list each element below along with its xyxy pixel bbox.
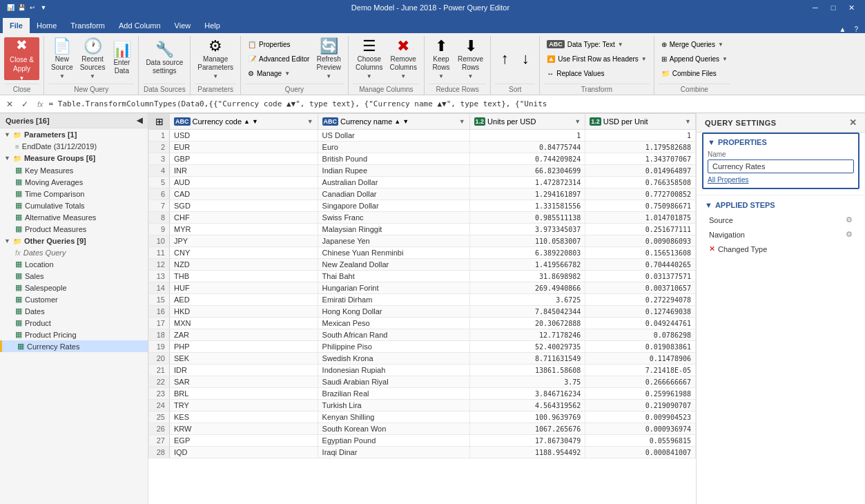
currency-code-filter[interactable]: ▼	[307, 118, 313, 125]
query-item-alternative-measures-label: Alternative Measures	[25, 213, 96, 222]
enter-data-button[interactable]: 📊 EnterData	[109, 37, 134, 80]
currency-code-cell: TRY	[170, 400, 318, 411]
merge-queries-button[interactable]: ⊕ Merge Queries ▼	[659, 37, 730, 51]
units-per-usd-cell: 1.331581556	[469, 200, 585, 212]
data-type-button[interactable]: ABC Data Type: Text ▼	[544, 37, 650, 51]
tab-home[interactable]: Home	[30, 18, 64, 33]
tab-file[interactable]: File	[3, 18, 30, 33]
row-number: 21	[149, 365, 170, 376]
query-group-other-label: Other Queries [9]	[24, 237, 86, 245]
query-item-dates-query[interactable]: fx Dates Query	[0, 247, 148, 258]
combine-files-button[interactable]: 📁 Combine Files	[659, 66, 730, 80]
all-properties-link[interactable]: All Properties	[708, 176, 854, 184]
query-item-location[interactable]: ▦ Location	[0, 258, 148, 270]
query-item-moving-averages[interactable]: ▦ Moving Averages	[0, 176, 148, 188]
query-item-time-comparison[interactable]: ▦ Time Comparison	[0, 188, 148, 200]
query-item-key-measures[interactable]: ▦ Key Measures	[0, 164, 148, 176]
customer-icon: ▦	[15, 295, 22, 304]
formula-accept-icon[interactable]: ✓	[18, 97, 32, 111]
units-per-usd-cell: 269.4940866	[469, 282, 585, 294]
row-number: 11	[149, 247, 170, 259]
step-changed-type[interactable]: ✕ Changed Type	[705, 242, 857, 255]
sort-desc-icon: ▼	[252, 118, 258, 125]
query-name-input[interactable]	[708, 159, 854, 173]
query-item-product-pricing[interactable]: ▦ Product Pricing	[0, 329, 148, 340]
choose-columns-button[interactable]: ☰ ChooseColumns ▼	[353, 37, 385, 80]
usd-filter[interactable]: ▼	[685, 118, 691, 125]
query-item-cumulative-totals[interactable]: ▦ Cumulative Totals	[0, 200, 148, 211]
query-settings-panel: QUERY SETTINGS ✕ ▼ PROPERTIES Name All P…	[696, 113, 865, 504]
minimize-button[interactable]: ─	[807, 2, 824, 13]
settings-close-button[interactable]: ✕	[849, 117, 857, 128]
help-icon[interactable]: ?	[850, 26, 862, 33]
data-grid-container[interactable]: ⊞ ABC Currency code ▲ ▼ ▼ ABC	[148, 113, 696, 504]
tab-view[interactable]: View	[168, 18, 198, 33]
close-window-button[interactable]: ✕	[843, 2, 859, 13]
row-number: 14	[149, 282, 170, 294]
formula-input[interactable]	[49, 99, 862, 108]
row-number: 12	[149, 259, 170, 271]
step-source[interactable]: Source ⚙	[705, 213, 857, 226]
collapse-ribbon-icon[interactable]: ▲	[835, 26, 851, 33]
query-item-salespeople[interactable]: ▦ Salespeople	[0, 282, 148, 293]
manage-parameters-button[interactable]: ⚙ ManageParameters ▼	[195, 37, 236, 80]
query-item-currency-rates[interactable]: ▦ Currency Rates	[0, 340, 148, 352]
query-item-product[interactable]: ▦ Product	[0, 317, 148, 329]
currency-name-cell: Japanese Yen	[318, 235, 469, 247]
data-source-settings-button[interactable]: 🔧 Data sourcesettings	[143, 37, 186, 80]
refresh-preview-button[interactable]: 🔄 RefreshPreview ▼	[313, 37, 344, 80]
step-navigation-label: Navigation	[709, 231, 745, 239]
use-first-row-button[interactable]: 🔼 Use First Row as Headers ▼	[544, 52, 650, 66]
tab-add-column[interactable]: Add Column	[112, 18, 168, 33]
currency-name-cell: Singapore Dollar	[318, 200, 469, 212]
queries-panel: Queries [16] ◀ ▼ 📁 Parameters [1] ≡ EndD…	[0, 113, 148, 504]
usd-per-unit-cell: 0.266666667	[585, 376, 696, 388]
restore-button[interactable]: □	[825, 2, 842, 13]
manage-icon: ⚙	[248, 70, 254, 77]
units-type-badge: 1.2	[474, 117, 486, 126]
keep-rows-button[interactable]: ⬆ KeepRows ▼	[429, 37, 454, 80]
ribbon-group-sort: ↑ ↓ Sort	[491, 36, 540, 95]
dropdown-arrow-icon[interactable]: ▼	[39, 3, 48, 12]
currency-name-cell: British Pound	[318, 153, 469, 165]
properties-button[interactable]: 📋 Properties	[245, 37, 312, 51]
query-group-parameters-header[interactable]: ▼ 📁 Parameters [1]	[0, 128, 148, 141]
query-group-measure-header[interactable]: ▼ 📁 Measure Groups [6]	[0, 152, 148, 164]
manage-button[interactable]: ⚙ Manage ▼	[245, 66, 312, 80]
tab-help[interactable]: Help	[197, 18, 227, 33]
sort-descending-button[interactable]: ↓	[516, 37, 535, 80]
remove-rows-button[interactable]: ⬇ RemoveRows ▼	[455, 37, 486, 80]
queries-collapse-icon[interactable]: ◀	[137, 116, 142, 125]
new-source-button[interactable]: 📄 NewSource ▼	[48, 37, 76, 80]
step-source-gear[interactable]: ⚙	[846, 215, 853, 224]
step-navigation-gear[interactable]: ⚙	[846, 230, 853, 239]
replace-values-button[interactable]: ↔ Replace Values	[544, 66, 650, 80]
row-number: 6	[149, 188, 170, 200]
step-navigation[interactable]: Navigation ⚙	[705, 228, 857, 241]
query-item-enddate[interactable]: ≡ EndDate (31/12/2019)	[0, 141, 148, 152]
advanced-editor-button[interactable]: 📝 Advanced Editor	[245, 52, 312, 66]
currency-code-cell: INR	[170, 165, 318, 177]
query-group-other-header[interactable]: ▼ 📁 Other Queries [9]	[0, 235, 148, 247]
formula-reject-icon[interactable]: ✕	[3, 97, 17, 111]
undo-icon[interactable]: ↩	[28, 3, 37, 12]
units-per-usd-cell: 100.9639769	[469, 411, 585, 423]
query-item-customer[interactable]: ▦ Customer	[0, 293, 148, 305]
query-group-parameters-label: Parameters [1]	[24, 130, 77, 139]
query-item-alternative-measures[interactable]: ▦ Alternative Measures	[0, 211, 148, 223]
query-item-dates[interactable]: ▦ Dates	[0, 305, 148, 317]
close-apply-button[interactable]: ✖ Close &Apply ▼	[4, 37, 39, 80]
sort-ascending-button[interactable]: ↑	[495, 37, 514, 80]
remove-columns-button[interactable]: ✖ RemoveColumns ▼	[387, 37, 419, 80]
recent-sources-button[interactable]: 🕐 RecentSources ▼	[77, 37, 108, 80]
save-icon[interactable]: 💾	[17, 3, 26, 12]
units-filter[interactable]: ▼	[574, 118, 581, 125]
tab-transform[interactable]: Transform	[64, 18, 112, 33]
select-all-icon[interactable]: ⊞	[155, 116, 164, 127]
table-row: 27 EGP Egyptian Pound 17.86730479 0.0559…	[149, 435, 696, 447]
query-item-product-measures[interactable]: ▦ Product Measures	[0, 223, 148, 235]
query-item-sales[interactable]: ▦ Sales	[0, 270, 148, 282]
currency-code-cell: AED	[170, 294, 318, 306]
append-queries-button[interactable]: ⊞ Append Queries ▼	[659, 52, 730, 66]
currency-name-filter[interactable]: ▼	[459, 118, 465, 125]
